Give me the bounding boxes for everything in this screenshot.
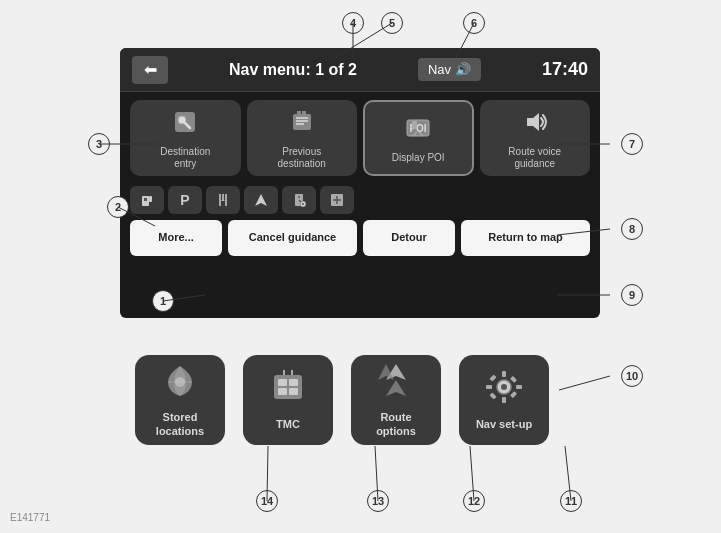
poi-restaurant-button[interactable]: [206, 186, 240, 214]
label-5: 5: [381, 12, 403, 34]
poi-fuel-button[interactable]: [130, 186, 164, 214]
previous-destination-label: Previousdestination: [278, 146, 326, 170]
svg-rect-34: [278, 379, 287, 386]
nav-setup-icon: [484, 369, 524, 413]
tmc-icon: [268, 369, 308, 413]
label-6: 6: [463, 12, 485, 34]
nav-setup-button[interactable]: Nav set-up: [459, 355, 549, 445]
poi-add-button[interactable]: [282, 186, 316, 214]
svg-marker-41: [386, 380, 406, 396]
poi-nav1-button[interactable]: [244, 186, 278, 214]
stored-locations-button[interactable]: Storedlocations: [135, 355, 225, 445]
previous-destination-icon: [288, 108, 316, 142]
detour-label: Detour: [391, 231, 426, 244]
poi-parking-button[interactable]: P: [168, 186, 202, 214]
label-13: 13: [367, 490, 389, 512]
return-to-map-button[interactable]: Return to map: [461, 220, 590, 256]
svg-marker-21: [255, 194, 267, 206]
svg-rect-35: [289, 379, 298, 386]
svg-rect-47: [486, 385, 492, 389]
svg-rect-36: [278, 388, 287, 395]
label-11: 11: [560, 490, 582, 512]
poi-strip: P: [120, 186, 600, 214]
label-1: 1: [152, 290, 174, 312]
stored-locations-icon: [160, 362, 200, 406]
nav-menu-title: Nav menu: 1 of 2: [229, 61, 357, 79]
route-voice-guidance-icon: [521, 108, 549, 142]
label-2: 2: [107, 196, 129, 218]
nav-setup-label: Nav set-up: [476, 418, 532, 431]
svg-rect-3: [293, 114, 311, 130]
nav-time: 17:40: [542, 59, 588, 80]
svg-rect-46: [502, 397, 506, 403]
svg-line-62: [559, 376, 610, 390]
svg-marker-14: [527, 113, 539, 131]
back-button[interactable]: ⬅: [132, 56, 168, 84]
svg-rect-17: [144, 198, 147, 201]
cancel-guidance-label: Cancel guidance: [249, 231, 336, 244]
label-4: 4: [342, 12, 364, 34]
nav-label: Nav: [428, 62, 451, 77]
svg-rect-16: [149, 196, 152, 202]
watermark: E141771: [10, 512, 50, 523]
nav-screen: ⬅ Nav menu: 1 of 2 Nav 🔊 17:40 Destinati…: [120, 48, 600, 318]
label-8: 8: [621, 218, 643, 240]
nav-header: ⬅ Nav menu: 1 of 2 Nav 🔊 17:40: [120, 48, 600, 92]
main-buttons-grid: Destinationentry Previousdestination: [120, 92, 600, 184]
speaker-icon: 🔊: [455, 62, 471, 77]
label-3: 3: [88, 133, 110, 155]
route-voice-guidance-button[interactable]: Route voiceguidance: [480, 100, 591, 176]
return-to-map-label: Return to map: [488, 231, 563, 244]
label-9: 9: [621, 284, 643, 306]
route-options-label: Routeoptions: [376, 411, 416, 437]
parking-icon: P: [180, 192, 189, 208]
svg-rect-45: [502, 371, 506, 377]
svg-rect-48: [516, 385, 522, 389]
svg-marker-8: [297, 111, 301, 114]
svg-rect-51: [489, 392, 496, 399]
display-poi-icon: POI: [404, 114, 432, 148]
label-14: 14: [256, 490, 278, 512]
route-options-button[interactable]: Routeoptions: [351, 355, 441, 445]
route-options-icon: [376, 362, 416, 406]
bottom-app-icons: Storedlocations TMC Routeoptions: [135, 355, 549, 445]
previous-destination-button[interactable]: Previousdestination: [247, 100, 358, 176]
svg-rect-52: [510, 391, 517, 398]
tmc-label: TMC: [276, 418, 300, 431]
label-12: 12: [463, 490, 485, 512]
route-voice-guidance-label: Route voiceguidance: [508, 146, 561, 170]
label-10: 10: [621, 365, 643, 387]
svg-rect-50: [510, 376, 517, 383]
back-arrow-icon: ⬅: [144, 60, 157, 79]
label-7: 7: [621, 133, 643, 155]
svg-rect-37: [289, 388, 298, 395]
action-buttons: More... Cancel guidance Detour Return to…: [120, 214, 600, 262]
stored-locations-label: Storedlocations: [156, 411, 204, 437]
tmc-button[interactable]: TMC: [243, 355, 333, 445]
destination-entry-button[interactable]: Destinationentry: [130, 100, 241, 176]
svg-rect-49: [489, 374, 496, 381]
cancel-guidance-button[interactable]: Cancel guidance: [228, 220, 357, 256]
display-poi-label: Display POI: [392, 152, 445, 164]
poi-nav2-button[interactable]: [320, 186, 354, 214]
svg-marker-7: [302, 111, 306, 114]
svg-rect-11: [412, 121, 417, 129]
detour-button[interactable]: Detour: [363, 220, 455, 256]
display-poi-button[interactable]: POI Display POI: [363, 100, 474, 176]
nav-active-button[interactable]: Nav 🔊: [418, 58, 481, 81]
svg-point-44: [501, 384, 507, 390]
svg-rect-33: [274, 375, 302, 399]
more-label: More...: [158, 231, 193, 244]
destination-entry-label: Destinationentry: [160, 146, 210, 170]
more-button[interactable]: More...: [130, 220, 222, 256]
destination-entry-icon: [171, 108, 199, 142]
